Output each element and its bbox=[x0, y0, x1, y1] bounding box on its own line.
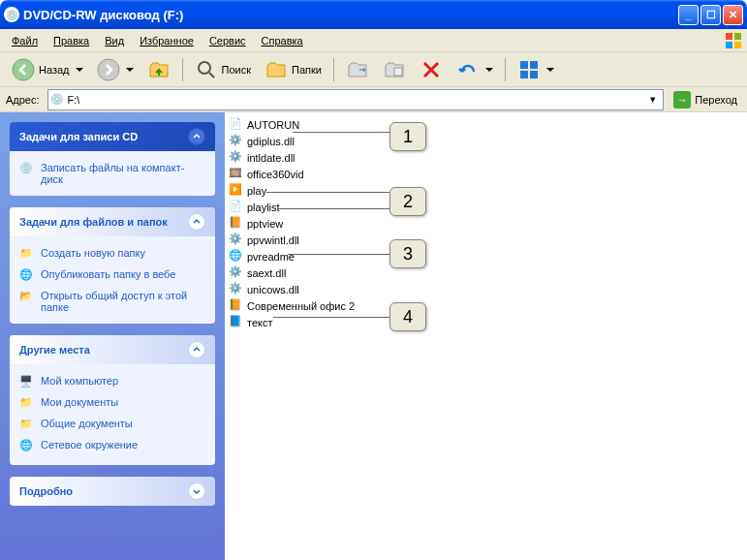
file-name: unicows.dll bbox=[247, 284, 299, 296]
task-label: Общие документы bbox=[41, 418, 133, 429]
place-my-computer[interactable]: 🖥️Мой компьютер bbox=[19, 372, 205, 393]
chevron-down-icon bbox=[76, 68, 83, 72]
file-name: gdiplus.dll bbox=[247, 136, 295, 147]
address-input-wrap[interactable]: 💿 ▾ bbox=[47, 89, 665, 110]
task-share-folder[interactable]: 📂Открыть общий доступ к этой папке bbox=[19, 287, 205, 316]
undo-button[interactable] bbox=[451, 55, 499, 84]
menu-help[interactable]: Справка bbox=[254, 32, 311, 49]
go-arrow-icon: → bbox=[673, 91, 691, 109]
collapse-icon bbox=[188, 128, 205, 145]
separator bbox=[505, 58, 506, 81]
computer-icon: 🖥️ bbox=[19, 375, 35, 390]
file-item[interactable]: ⚙️unicows.dll bbox=[227, 281, 745, 297]
panel-header-details[interactable]: Подробно bbox=[10, 477, 215, 506]
file-item[interactable]: ⚙️saext.dll bbox=[227, 264, 745, 281]
menu-file[interactable]: Файл bbox=[4, 32, 46, 49]
address-field[interactable] bbox=[68, 94, 642, 106]
delete-button[interactable] bbox=[414, 55, 449, 84]
forward-button[interactable] bbox=[91, 55, 140, 84]
copyto-button[interactable] bbox=[377, 55, 412, 84]
file-name: pvreadme bbox=[247, 251, 295, 263]
undo-icon bbox=[456, 58, 480, 81]
panel-header-cd[interactable]: Задачи для записи CD bbox=[10, 122, 215, 151]
file-type-icon: ⚙️ bbox=[229, 233, 244, 248]
content-area: Задачи для записи CD 💿 Записать файлы на… bbox=[0, 112, 747, 560]
separator bbox=[333, 58, 334, 81]
search-label: Поиск bbox=[222, 64, 251, 76]
file-type-icon: ▶️ bbox=[229, 183, 244, 199]
titlebar: 💿 DVD/CD-RW дисковод (F:) _ ☐ ✕ bbox=[0, 0, 747, 29]
up-button[interactable] bbox=[141, 55, 176, 84]
task-label: Создать новую папку bbox=[41, 247, 145, 259]
file-item[interactable]: 🎞️office360vid bbox=[227, 166, 745, 182]
file-list[interactable]: 📄AUTORUN⚙️gdiplus.dll⚙️intldate.dll🎞️off… bbox=[225, 112, 747, 560]
moveto-button[interactable] bbox=[340, 55, 375, 84]
file-name: playlist bbox=[247, 202, 280, 213]
expand-icon bbox=[188, 482, 205, 500]
folders-button[interactable]: Папки bbox=[259, 55, 327, 84]
address-label: Адрес: bbox=[6, 94, 42, 106]
forward-icon bbox=[97, 58, 120, 81]
file-item[interactable]: 🌐pvreadme bbox=[227, 248, 745, 264]
file-type-icon: ⚙️ bbox=[229, 282, 244, 297]
file-type-icon: ⚙️ bbox=[229, 265, 244, 281]
place-network[interactable]: 🌐Сетевое окружение bbox=[19, 436, 205, 457]
file-type-icon: 📙 bbox=[229, 298, 244, 314]
maximize-button[interactable]: ☐ bbox=[700, 5, 721, 25]
task-publish-web[interactable]: 🌐Опубликовать папку в вебе bbox=[19, 265, 205, 287]
file-name: saext.dll bbox=[247, 267, 286, 279]
file-item[interactable]: 📙pptview bbox=[227, 215, 745, 232]
file-item[interactable]: ⚙️gdiplus.dll bbox=[227, 133, 745, 149]
minimize-button[interactable]: _ bbox=[678, 5, 699, 25]
task-write-cd[interactable]: 💿 Записать файлы на компакт-диск bbox=[19, 159, 205, 188]
shared-docs-icon: 📁 bbox=[19, 418, 35, 433]
file-item[interactable]: ⚙️ppvwintl.dll bbox=[227, 232, 745, 248]
svg-point-5 bbox=[98, 59, 119, 80]
file-item[interactable]: ▶️play bbox=[227, 182, 745, 199]
delete-x-icon bbox=[420, 58, 443, 81]
panel-header-filetasks[interactable]: Задачи для файлов и папок bbox=[10, 207, 215, 236]
panel-details: Подробно bbox=[10, 477, 215, 506]
menu-view[interactable]: Вид bbox=[97, 32, 132, 49]
svg-rect-10 bbox=[530, 61, 538, 69]
file-name: pptview bbox=[247, 218, 283, 230]
svg-rect-2 bbox=[726, 42, 732, 48]
file-name: office360vid bbox=[247, 169, 304, 180]
panel-title: Задачи для файлов и папок bbox=[19, 216, 168, 228]
file-item[interactable]: 📄AUTORUN bbox=[227, 116, 745, 133]
task-label: Мой компьютер bbox=[41, 375, 118, 387]
menu-tools[interactable]: Сервис bbox=[202, 32, 254, 49]
search-button[interactable]: Поиск bbox=[189, 55, 257, 84]
menu-favorites[interactable]: Избранное bbox=[132, 32, 202, 49]
go-label: Переход bbox=[695, 94, 737, 106]
tasks-sidebar: Задачи для записи CD 💿 Записать файлы на… bbox=[0, 112, 225, 560]
documents-icon: 📁 bbox=[19, 396, 35, 412]
close-button[interactable]: ✕ bbox=[723, 5, 743, 25]
chevron-down-icon bbox=[126, 68, 134, 72]
go-button[interactable]: → Переход bbox=[669, 89, 741, 110]
file-item[interactable]: 📙Современный офис 2 bbox=[227, 297, 745, 314]
file-item[interactable]: 📄playlist bbox=[227, 199, 745, 215]
menu-edit[interactable]: Правка bbox=[46, 32, 97, 49]
file-item[interactable]: 📘текст bbox=[227, 314, 745, 330]
file-item[interactable]: ⚙️intldate.dll bbox=[227, 149, 745, 166]
file-name: ppvwintl.dll bbox=[247, 234, 299, 246]
copyto-icon bbox=[383, 58, 406, 81]
views-button[interactable] bbox=[512, 55, 560, 84]
back-button[interactable]: Назад bbox=[6, 55, 89, 84]
panel-title: Подробно bbox=[19, 485, 73, 497]
views-icon bbox=[517, 58, 541, 81]
file-name: Современный офис 2 bbox=[247, 300, 355, 312]
back-label: Назад bbox=[39, 64, 70, 76]
globe-icon: 🌐 bbox=[19, 268, 35, 284]
file-type-icon: 🎞️ bbox=[229, 167, 244, 182]
collapse-icon bbox=[188, 213, 205, 231]
svg-point-6 bbox=[199, 62, 210, 74]
place-shared-docs[interactable]: 📁Общие документы bbox=[19, 415, 205, 436]
place-my-documents[interactable]: 📁Мои документы bbox=[19, 393, 205, 415]
panel-header-places[interactable]: Другие места bbox=[10, 335, 215, 364]
panel-cd-tasks: Задачи для записи CD 💿 Записать файлы на… bbox=[10, 122, 215, 196]
file-name: текст bbox=[247, 317, 273, 328]
address-dropdown[interactable]: ▾ bbox=[645, 93, 661, 106]
task-new-folder[interactable]: 📁Создать новую папку bbox=[19, 244, 205, 265]
